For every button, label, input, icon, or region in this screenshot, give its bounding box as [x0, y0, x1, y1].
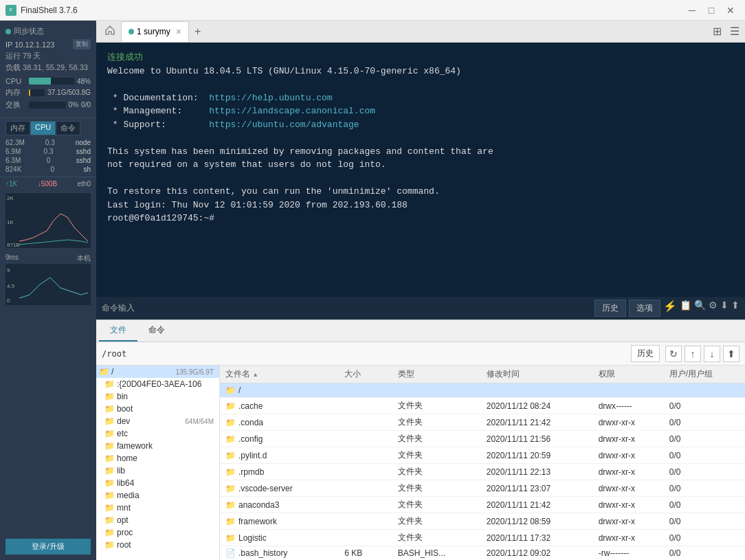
- tree-item-mnt[interactable]: 📁 mnt: [96, 502, 219, 514]
- ip-address: IP 10.12.1.123: [5, 41, 54, 49]
- command-bar: 命令输入 历史 选项 ⚡ 📋 🔍 ⚙ ⬇ ⬆: [96, 296, 745, 320]
- list-view-button[interactable]: ☰: [727, 22, 742, 41]
- file-modified: 2020/11/11 22:13: [481, 464, 593, 480]
- upload-icon[interactable]: ⬆: [731, 300, 740, 317]
- folder-icon: 📁: [225, 451, 236, 460]
- table-row[interactable]: 📁 .vscode-server 文件夹 2020/11/11 23:07 dr…: [220, 480, 745, 497]
- tab-commands[interactable]: 命令: [56, 121, 80, 135]
- minimize-button[interactable]: ─: [683, 3, 701, 17]
- tree-item-media[interactable]: 📁 media: [96, 489, 219, 502]
- session-tab[interactable]: 1 surymy ×: [121, 21, 189, 42]
- lightning-icon[interactable]: ⚡: [663, 300, 677, 317]
- command-input[interactable]: [139, 304, 590, 313]
- tab-cpu[interactable]: CPU: [30, 121, 56, 135]
- file-perm: -rw-------: [593, 546, 664, 561]
- folder-icon: 📁: [104, 491, 115, 500]
- tree-item-dev[interactable]: 📁 dev 64M/64M: [96, 415, 219, 427]
- add-tab-button[interactable]: +: [189, 23, 206, 41]
- network-chart-svg: 2K 1K 871B: [5, 193, 91, 248]
- fm-history-button[interactable]: 历史: [631, 345, 660, 362]
- tree-name: boot: [117, 404, 133, 414]
- col-name[interactable]: 文件名 ▲: [220, 366, 339, 383]
- table-row[interactable]: 📄 .bash_history 6 KB BASH_HIS... 2020/11…: [220, 546, 745, 561]
- fm-tab-files[interactable]: 文件: [99, 320, 137, 341]
- tree-name: lib64: [117, 478, 134, 488]
- term-line: Welcome to Ubuntu 18.04.5 LTS (GNU/Linux…: [107, 65, 734, 78]
- col-type[interactable]: 类型: [392, 366, 481, 383]
- table-row[interactable]: 📁 .cache 文件夹 2020/11/12 08:24 drwx------…: [220, 398, 745, 414]
- fm-tab-commands[interactable]: 命令: [137, 320, 176, 341]
- table-row[interactable]: 📁 .rpmdb 文件夹 2020/11/11 22:13 drwxr-xr-x…: [220, 464, 745, 480]
- grid-view-button[interactable]: ⊞: [710, 22, 724, 41]
- table-row[interactable]: 📁 .pylint.d 文件夹 2020/11/11 20:59 drwxr-x…: [220, 447, 745, 464]
- tree-item-lib64[interactable]: 📁 lib64: [96, 477, 219, 489]
- latency-chart: 9 4.5 0: [5, 264, 91, 305]
- tree-item-etc[interactable]: 📁 etc: [96, 427, 219, 440]
- file-size: [339, 431, 392, 447]
- table-row[interactable]: 📁 anaconda3 文件夹 2020/11/11 21:42 drwxr-x…: [220, 497, 745, 513]
- login-button[interactable]: 登录/升级: [5, 539, 91, 555]
- home-button[interactable]: [99, 22, 121, 41]
- table-row[interactable]: 📁 framework 文件夹 2020/11/12 08:59 drwxr-x…: [220, 513, 745, 530]
- tree-item-root[interactable]: 📁 root: [96, 539, 219, 551]
- file-type: 文件夹: [392, 480, 481, 497]
- folder-icon: 📁: [225, 401, 236, 411]
- tab-memory[interactable]: 内存: [5, 121, 30, 135]
- file-perm: drwxr-xr-x: [593, 414, 664, 431]
- process-row: 824K 0 sh: [5, 165, 91, 174]
- file-type: 文件夹: [392, 513, 481, 530]
- file-type: 文件夹: [392, 447, 481, 464]
- cpu-metric: CPU 48%: [5, 77, 91, 85]
- tree-item-dev[interactable]: 📁 bin: [96, 390, 219, 403]
- tree-item-proc[interactable]: 📁 proc: [96, 526, 219, 539]
- app-title: FinalShell 3.7.6: [21, 5, 78, 15]
- proc-name: sshd: [76, 148, 91, 155]
- tab-close-button[interactable]: ×: [176, 26, 181, 37]
- file-tree: 📁 / 135.9G/6.9T 📁 :{20D04FE0-3AEA-106 📁 …: [96, 366, 220, 560]
- col-owner[interactable]: 用户/用户组: [664, 366, 745, 383]
- svg-text:871B: 871B: [7, 242, 20, 248]
- cpu-fill: [29, 78, 51, 85]
- folder-icon: 📁: [225, 533, 236, 543]
- term-line: not required on a system that users do n…: [107, 158, 734, 172]
- option-button[interactable]: 选项: [629, 300, 660, 317]
- fm-more-button[interactable]: ⬆: [723, 346, 740, 362]
- search-icon[interactable]: 🔍: [694, 300, 706, 317]
- tree-name: lib: [117, 466, 125, 475]
- tree-item-framework[interactable]: 📁 famework: [96, 440, 219, 452]
- title-bar: F FinalShell 3.7.6 ─ □ ✕: [0, 0, 745, 21]
- maximize-button[interactable]: □: [702, 3, 720, 17]
- tree-item-lib[interactable]: 📁 lib: [96, 464, 219, 477]
- swap-value: 0%: [69, 101, 78, 109]
- table-row[interactable]: 📁 Logistic 文件夹 2020/11/11 17:32 drwxr-xr…: [220, 530, 745, 546]
- table-row[interactable]: 📁 .conda 文件夹 2020/11/11 21:42 drwxr-xr-x…: [220, 414, 745, 431]
- tree-item[interactable]: 📁 :{20D04FE0-3AEA-106: [96, 378, 219, 390]
- table-row[interactable]: 📁 /: [220, 383, 745, 398]
- terminal[interactable]: 连接成功 Welcome to Ubuntu 18.04.5 LTS (GNU/…: [96, 43, 745, 296]
- col-modified[interactable]: 修改时间: [481, 366, 593, 383]
- col-perm[interactable]: 权限: [593, 366, 664, 383]
- file-name: .cache: [238, 401, 263, 411]
- tree-item-boot[interactable]: 📁 boot: [96, 403, 219, 415]
- tree-item-home[interactable]: 📁 home: [96, 452, 219, 464]
- file-name: .vscode-server: [238, 484, 293, 493]
- gear-icon[interactable]: ⚙: [709, 300, 718, 317]
- col-size[interactable]: 大小: [339, 366, 392, 383]
- memory-value: 37.1G/503.8G: [47, 89, 91, 96]
- tree-item-root[interactable]: 📁 / 135.9G/6.9T: [96, 366, 219, 378]
- history-button[interactable]: 历史: [594, 300, 626, 317]
- clipboard-icon[interactable]: 📋: [680, 300, 691, 317]
- fm-download-button[interactable]: ↓: [704, 346, 720, 362]
- fm-refresh-button[interactable]: ↻: [665, 346, 682, 362]
- tree-item-opt[interactable]: 📁 opt: [96, 514, 219, 526]
- file-type: 文件夹: [392, 398, 481, 414]
- file-perm: drwx------: [593, 398, 664, 414]
- file-owner: 0/0: [664, 464, 745, 480]
- tab-label: 1 surymy: [137, 27, 170, 36]
- cpu-label: CPU: [5, 77, 26, 85]
- fm-upload-button[interactable]: ↑: [685, 346, 701, 362]
- copy-ip-button[interactable]: 复制: [73, 39, 91, 49]
- table-row[interactable]: 📁 .config 文件夹 2020/11/11 21:56 drwxr-xr-…: [220, 431, 745, 447]
- download-icon[interactable]: ⬇: [720, 300, 729, 317]
- close-button[interactable]: ✕: [722, 3, 740, 17]
